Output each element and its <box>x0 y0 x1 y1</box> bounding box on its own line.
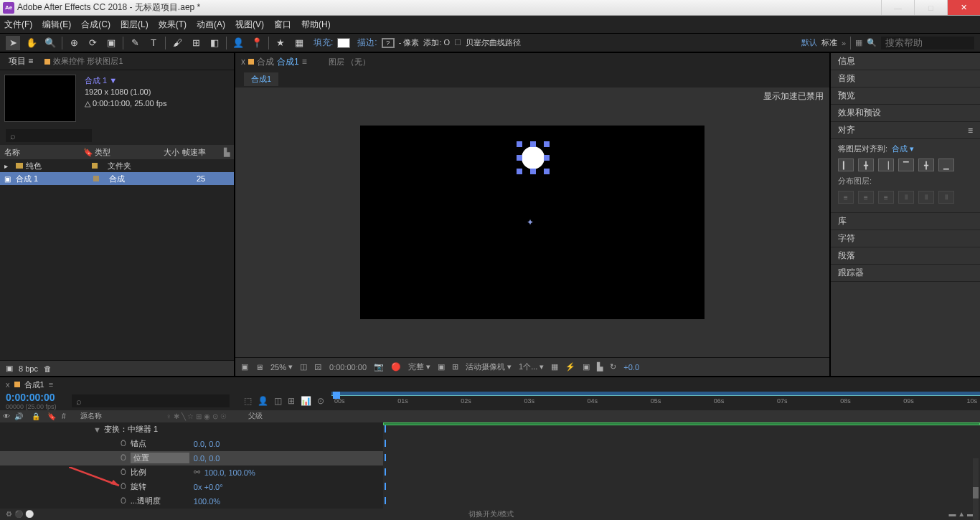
trash-icon[interactable]: 🗑 <box>44 364 52 373</box>
stopwatch-icon[interactable]: Ö <box>121 454 126 462</box>
grid-icon[interactable]: ⊞ <box>452 362 458 372</box>
num-icon[interactable]: # <box>62 412 66 420</box>
rotate-tool[interactable]: ⟳ <box>85 36 100 50</box>
comp-viewer[interactable]: 显示加速已禁用 ✦ <box>235 88 829 357</box>
camera-tool[interactable]: ▣ <box>104 36 118 50</box>
col-parent[interactable]: 父级 <box>248 411 263 421</box>
bpc-button[interactable]: 8 bpc <box>19 364 38 373</box>
view-layout-icon[interactable]: ▣ <box>241 362 248 372</box>
col-tag[interactable]: 🔖 <box>83 148 95 157</box>
menu-comp[interactable]: 合成(C) <box>81 19 110 31</box>
menu-view[interactable]: 视图(V) <box>235 19 264 31</box>
brush-tool[interactable]: 🖌 <box>170 36 184 50</box>
zoom-out-icon[interactable]: ▬ ▲ ▬ <box>949 510 974 518</box>
resolution-dropdown[interactable]: 完整 ▾ <box>408 361 430 372</box>
tab-effects[interactable]: 效果控件 形状图层1 <box>44 56 123 67</box>
align-bottom[interactable]: ▁ <box>938 159 954 171</box>
roto-tool[interactable]: 👤 <box>231 36 245 50</box>
col-size[interactable]: 大小 <box>143 147 179 158</box>
anchor-icon[interactable]: ✦ <box>527 217 534 227</box>
align-hcenter[interactable]: ╋ <box>858 159 874 171</box>
menu-layer[interactable]: 图层(L) <box>121 19 149 31</box>
panel-preview[interactable]: 预览 <box>831 88 980 105</box>
orbit-tool[interactable]: ⊕ <box>67 36 81 50</box>
prop-scale[interactable]: Ö 比例 ⚯ 100.0, 100.0% <box>0 465 383 480</box>
shy-icon[interactable]: 👤 <box>258 396 268 406</box>
exposure[interactable]: +0.0 <box>623 363 639 372</box>
reset-icon[interactable]: ↻ <box>610 362 616 372</box>
workspace-default[interactable]: 默认 <box>801 37 817 48</box>
timeline-time[interactable]: 0:00:00:00 00000 (25.00 fps) <box>0 392 72 410</box>
panel-align[interactable]: 对齐≡ <box>831 122 980 139</box>
time-ruler[interactable]: 00s01s 02s03s 04s05s 06s07s 08s09s 10s <box>331 392 980 410</box>
panel-paragraph[interactable]: 段落 <box>831 247 980 265</box>
fill-color[interactable] <box>337 38 350 48</box>
layer-row[interactable]: ▼ 变换：中继器 1 <box>0 422 383 437</box>
stopwatch-icon[interactable]: Ö <box>121 483 126 491</box>
prop-anchor[interactable]: Ö 锚点 0.0, 0.0 <box>0 437 383 451</box>
layer-tab[interactable]: 图层 （无） <box>329 57 370 67</box>
collapse-icon[interactable]: ⊙ <box>317 396 324 406</box>
region-icon[interactable]: ▣ <box>438 362 445 372</box>
crumb-item[interactable]: 合成1 <box>244 72 278 86</box>
camera-dropdown[interactable]: 活动摄像机 ▾ <box>466 361 512 372</box>
panel-info[interactable]: 信息 <box>831 53 980 70</box>
col-type[interactable]: 类型 <box>95 147 143 158</box>
timeline-layers[interactable]: ▼ 变换：中继器 1 Ö 锚点 0.0, 0.0 Ö 位置 0.0, 0.0 Ö… <box>0 422 383 509</box>
eraser-tool[interactable]: ◧ <box>207 36 222 50</box>
frame-blend-icon[interactable]: ◫ <box>274 396 282 406</box>
menu-help[interactable]: 帮助(H) <box>301 19 331 31</box>
selected-shape[interactable] <box>518 143 548 173</box>
project-list[interactable]: ▸ 纯色 文件夹 ▣ 合成 1 合成 25 <box>0 159 234 360</box>
stopwatch-icon[interactable]: Ö <box>121 468 126 476</box>
timeline-tracks[interactable] <box>383 422 980 509</box>
monitor-icon[interactable]: 🖥 <box>255 363 263 372</box>
menu-edit[interactable]: 编辑(E) <box>42 19 71 31</box>
layer-search[interactable] <box>72 394 230 407</box>
views-dropdown[interactable]: 1个... ▾ <box>519 361 544 372</box>
tab-project[interactable]: 项目 ≡ <box>6 54 36 69</box>
workspace-standard[interactable]: 标准 <box>821 37 837 48</box>
align-vcenter[interactable]: ╋ <box>918 159 934 171</box>
toggle-switches[interactable]: 切换开关/模式 <box>468 509 514 519</box>
lock-icon[interactable]: 🔒 <box>32 412 40 420</box>
add-label[interactable]: 添加: O <box>423 37 450 48</box>
menu-window[interactable]: 窗口 <box>274 19 291 31</box>
tag-icon[interactable]: 🔖 <box>47 412 56 420</box>
flowchart-icon[interactable]: ▙ <box>224 148 230 157</box>
stopwatch-icon[interactable]: Ö <box>121 440 126 448</box>
zoom-tool[interactable]: 🔍 <box>43 36 57 50</box>
maximize-button[interactable]: □ <box>914 0 947 15</box>
col-fps[interactable]: 帧速率 <box>179 147 224 158</box>
3d-icon[interactable]: ▣ <box>583 362 590 372</box>
toggle-icons[interactable]: ⚙ ⚫ ⚪ <box>6 510 34 518</box>
graph-icon[interactable]: 📊 <box>301 396 311 406</box>
interpret-icon[interactable]: ▣ <box>6 364 13 373</box>
snapshot-icon[interactable]: 📷 <box>374 362 384 372</box>
menu-animation[interactable]: 动画(A) <box>197 19 225 31</box>
frame-icon[interactable]: ◫ <box>300 362 307 372</box>
puppet-tool[interactable]: 📍 <box>250 36 264 50</box>
col-name[interactable]: 名称 <box>4 147 83 158</box>
menu-file[interactable]: 文件(F) <box>4 19 32 31</box>
playhead[interactable] <box>333 392 340 399</box>
stopwatch-icon[interactable]: Ö <box>121 497 126 505</box>
hier-icon[interactable]: ▙ <box>597 362 603 372</box>
pixel-icon[interactable]: ▦ <box>551 362 558 372</box>
col-source[interactable]: 源名称 <box>80 411 102 421</box>
project-search[interactable] <box>6 129 92 142</box>
menu-effect[interactable]: 效果(T) <box>159 19 187 31</box>
channel-icon[interactable]: 🔴 <box>391 362 401 372</box>
grid-icon[interactable]: ▦ <box>292 36 306 50</box>
panel-effects[interactable]: 效果和预设 <box>831 105 980 122</box>
star-tool[interactable]: ★ <box>273 36 288 50</box>
fast-icon[interactable]: ⚡ <box>565 362 575 372</box>
help-search[interactable] <box>881 37 974 49</box>
align-top[interactable]: ▔ <box>898 159 914 171</box>
project-row[interactable]: ▣ 合成 1 合成 25 <box>0 172 234 185</box>
speaker-icon[interactable]: 🔊 <box>14 412 23 420</box>
panel-library[interactable]: 库 <box>831 213 980 230</box>
align-to-dropdown[interactable]: 合成 ▾ <box>892 143 914 154</box>
project-row[interactable]: ▸ 纯色 文件夹 <box>0 159 234 172</box>
selection-tool[interactable]: ➤ <box>6 36 20 50</box>
